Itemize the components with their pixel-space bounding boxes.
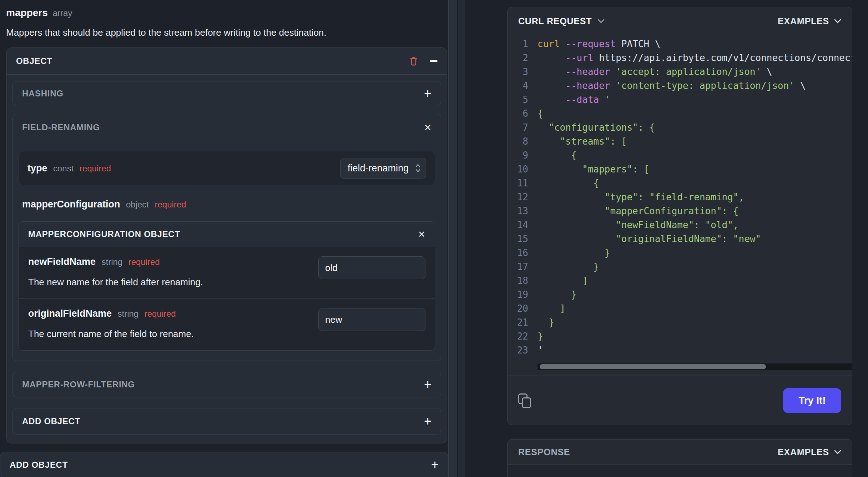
mapper-configuration-panel: MAPPERCONFIGURATION OBJECT ✕ newFieldNam… — [19, 221, 435, 351]
chevron-down-icon — [597, 19, 605, 23]
response-examples-dropdown[interactable]: EXAMPLES — [778, 447, 841, 457]
copy-code-button[interactable] — [518, 393, 531, 408]
code-line: 9 { — [508, 149, 852, 162]
plus-icon: + — [424, 378, 432, 391]
field-type-badge: object — [126, 200, 149, 209]
mapper-configuration-panel-header[interactable]: MAPPERCONFIGURATION OBJECT ✕ — [19, 222, 435, 247]
code-line: 5 --data ' — [508, 93, 852, 107]
request-examples-dropdown[interactable]: EXAMPLES — [778, 16, 841, 26]
response-panel: RESPONSE EXAMPLES — [507, 439, 852, 477]
close-icon: ✕ — [424, 123, 432, 132]
code-line: 16 } — [508, 246, 852, 260]
type-field-card: type const required field-renaming — [19, 151, 435, 185]
line-number: 9 — [508, 149, 528, 162]
minus-icon — [430, 60, 438, 62]
line-number: 16 — [508, 246, 528, 260]
code-line: 1curl --request PATCH \ — [508, 37, 852, 51]
object-panel-actions — [409, 56, 438, 66]
section-hashing[interactable]: HASHING + — [12, 81, 441, 106]
original-field-name-input[interactable] — [318, 308, 425, 331]
field-name: type — [27, 163, 47, 174]
type-field-labels: type const required — [27, 163, 111, 174]
line-number: 10 — [508, 162, 528, 176]
line-number: 2 — [508, 51, 528, 65]
new-field-name-row: newFieldName string required The new nam… — [19, 247, 435, 298]
line-number: 23 — [508, 343, 528, 357]
new-field-name-input[interactable] — [318, 256, 425, 279]
object-panel: OBJECT HASHING — [6, 47, 447, 443]
type-select-value: field-renaming — [348, 163, 409, 174]
line-number: 11 — [508, 176, 528, 190]
line-number: 5 — [508, 93, 528, 107]
left-column-scrollbar[interactable] — [448, 0, 457, 477]
field-name: originalFieldName — [28, 308, 112, 319]
field-name: newFieldName — [28, 256, 96, 267]
section-mapper-row-filtering[interactable]: MAPPER-ROW-FILTERING + — [12, 372, 441, 397]
curl-request-title: CURL REQUEST — [518, 16, 592, 26]
line-number: 12 — [508, 190, 528, 204]
line-number: 21 — [508, 316, 528, 330]
response-title: RESPONSE — [518, 447, 570, 457]
curl-request-panel: CURL REQUEST EXAMPLES 1curl --request PA… — [507, 7, 852, 425]
line-number: 3 — [508, 65, 528, 79]
line-number: 6 — [508, 107, 528, 121]
property-description: Mappers that should be applied to the st… — [6, 27, 448, 38]
section-field-renaming-header[interactable]: FIELD-RENAMING ✕ — [13, 114, 441, 141]
code-line: 23' — [508, 343, 852, 357]
property-name: mappers — [6, 7, 48, 19]
code-line: 2 --url https://api.airbyte.com/v1/conne… — [508, 51, 852, 65]
api-docs-page: mappers array Mappers that should be app… — [0, 0, 868, 477]
plus-icon: + — [424, 415, 432, 428]
column-divider-band — [458, 0, 465, 477]
plus-icon: + — [431, 458, 439, 471]
field-description: The current name of the field to rename. — [28, 328, 194, 340]
mapper-configuration-panel-title: MAPPERCONFIGURATION OBJECT — [28, 229, 180, 239]
line-number: 1 — [508, 37, 528, 51]
line-number: 8 — [508, 135, 528, 149]
required-badge: required — [128, 257, 160, 267]
code-line: 8 "streams": [ — [508, 135, 852, 149]
line-number: 13 — [508, 204, 528, 218]
delete-object-button[interactable] — [409, 56, 418, 66]
type-select[interactable]: field-renaming — [340, 158, 426, 179]
response-body — [508, 465, 852, 477]
remove-mapper-configuration-button[interactable]: ✕ — [418, 230, 425, 239]
line-number: 22 — [508, 330, 528, 343]
section-field-renaming: FIELD-RENAMING ✕ type const required — [12, 114, 441, 361]
add-object-outer-label: ADD OBJECT — [10, 460, 68, 470]
code-line: 21 } — [508, 316, 852, 330]
curl-request-footer: Try It! — [508, 376, 852, 425]
field-type-badge: const — [53, 164, 74, 173]
required-badge: required — [145, 309, 176, 318]
code-line: 15 "originalFieldName": "new" — [508, 232, 852, 246]
add-object-outer-button[interactable]: ADD OBJECT + — [0, 452, 448, 477]
remove-field-renaming-button[interactable]: ✕ — [424, 123, 432, 132]
code-line: 19 } — [508, 288, 852, 302]
curl-request-dropdown[interactable]: CURL REQUEST — [518, 16, 605, 26]
line-number: 7 — [508, 121, 528, 135]
field-name-line: newFieldName string required — [28, 256, 203, 267]
code-line: 12 "type": "field-renaming", — [508, 190, 852, 204]
add-object-inner-button[interactable]: ADD OBJECT + — [12, 408, 441, 435]
collapse-object-button[interactable] — [430, 60, 438, 62]
field-type-badge: string — [118, 309, 139, 318]
code-horizontal-scrollbar[interactable] — [538, 363, 852, 370]
field-name: mapperConfiguration — [22, 199, 120, 210]
code-line: 6{ — [508, 107, 852, 121]
object-panel-header: OBJECT — [7, 48, 447, 75]
spinner-chevrons-icon — [415, 163, 421, 173]
line-number: 14 — [508, 218, 528, 232]
line-number: 17 — [508, 260, 528, 274]
close-icon: ✕ — [418, 230, 425, 239]
line-number: 20 — [508, 302, 528, 316]
code-line: 20 ] — [508, 302, 852, 316]
line-number: 4 — [508, 79, 528, 93]
property-type-badge: array — [53, 8, 72, 18]
property-header: mappers array — [6, 7, 448, 19]
scrollbar-thumb[interactable] — [540, 364, 766, 369]
code-line: 10 "mappers": [ — [508, 162, 852, 176]
chevron-down-icon — [834, 450, 841, 454]
try-it-button[interactable]: Try It! — [783, 388, 841, 413]
trash-icon — [409, 56, 418, 66]
code-line: 11 { — [508, 176, 852, 190]
